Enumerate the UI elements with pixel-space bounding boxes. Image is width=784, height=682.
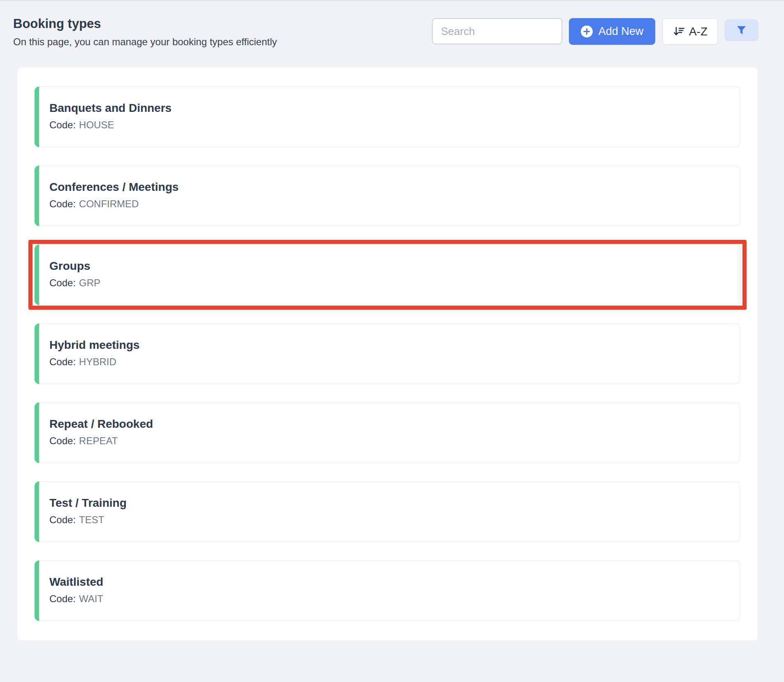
page-top-divider	[0, 0, 784, 1]
funnel-icon	[736, 25, 747, 36]
booking-type-card[interactable]: Banquets and Dinners Code:HOUSE	[35, 86, 740, 147]
booking-type-name: Repeat / Rebooked	[49, 416, 728, 432]
code-value: CONFIRMED	[79, 198, 139, 209]
add-new-label: Add New	[598, 25, 644, 38]
booking-type-card[interactable]: Conferences / Meetings Code:CONFIRMED	[35, 165, 740, 226]
booking-type-card[interactable]: Repeat / Rebooked Code:REPEAT	[35, 402, 740, 463]
booking-type-name: Hybrid meetings	[49, 337, 728, 353]
booking-type-code: Code:HYBRID	[49, 355, 728, 369]
booking-types-panel: Banquets and Dinners Code:HOUSE Conferen…	[17, 67, 758, 641]
code-value: WAIT	[79, 593, 103, 604]
booking-type-name: Conferences / Meetings	[49, 179, 728, 195]
add-new-button[interactable]: Add New	[569, 18, 655, 45]
booking-type-name: Groups	[49, 258, 728, 274]
booking-type-card-highlighted[interactable]: Groups Code:GRP	[35, 244, 740, 305]
code-label: Code:	[49, 593, 76, 604]
booking-type-code: Code:WAIT	[49, 592, 728, 605]
code-label: Code:	[49, 119, 76, 130]
page-title: Booking types	[13, 16, 101, 31]
code-value: REPEAT	[79, 435, 118, 446]
sort-az-button[interactable]: A-Z	[662, 18, 718, 45]
booking-type-card[interactable]: Hybrid meetings Code:HYBRID	[35, 323, 740, 384]
filter-button[interactable]	[724, 19, 758, 41]
booking-type-card[interactable]: Waitlisted Code:WAIT	[35, 560, 740, 621]
booking-type-code: Code:GRP	[49, 276, 728, 290]
code-value: GRP	[79, 277, 100, 288]
booking-type-code: Code:CONFIRMED	[49, 197, 728, 211]
code-value: TEST	[79, 514, 104, 525]
code-value: HOUSE	[79, 119, 114, 130]
code-value: HYBRID	[79, 356, 116, 367]
booking-type-code: Code:HOUSE	[49, 118, 728, 132]
code-label: Code:	[49, 435, 76, 446]
search-input[interactable]	[432, 18, 562, 44]
sort-az-label: A-Z	[689, 25, 707, 38]
booking-type-code: Code:REPEAT	[49, 434, 728, 448]
booking-type-name: Banquets and Dinners	[49, 100, 728, 116]
booking-type-code: Code:TEST	[49, 513, 728, 527]
code-label: Code:	[49, 514, 76, 525]
sort-descending-icon	[673, 25, 685, 38]
booking-type-name: Waitlisted	[49, 574, 728, 590]
code-label: Code:	[49, 198, 76, 209]
page-subtitle: On this page, you can manage your bookin…	[13, 36, 277, 48]
booking-type-name: Test / Training	[49, 495, 728, 511]
booking-type-card[interactable]: Test / Training Code:TEST	[35, 481, 740, 542]
code-label: Code:	[49, 356, 76, 367]
code-label: Code:	[49, 277, 76, 288]
highlight-annotation-box	[28, 240, 747, 310]
plus-circle-icon	[581, 26, 593, 37]
